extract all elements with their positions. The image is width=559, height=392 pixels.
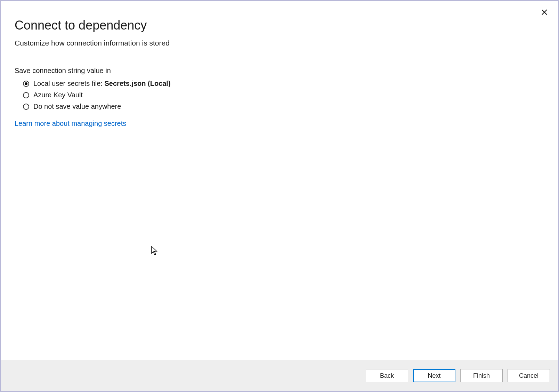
dialog-content: Connect to dependency Customize how conn… <box>1 1 558 360</box>
dialog-window: Connect to dependency Customize how conn… <box>0 0 559 392</box>
radio-option-do-not-save[interactable]: Do not save value anywhere <box>23 103 544 111</box>
radio-icon <box>23 81 29 87</box>
next-button[interactable]: Next <box>413 369 455 382</box>
radio-icon <box>23 92 29 98</box>
page-subtitle: Customize how connection information is … <box>15 39 544 47</box>
back-button[interactable]: Back <box>366 369 408 382</box>
radio-group: Local user secrets file: Secrets.json (L… <box>23 80 544 111</box>
dialog-footer: Back Next Finish Cancel <box>1 360 558 391</box>
radio-label: Azure Key Vault <box>33 91 83 99</box>
radio-icon <box>23 104 29 110</box>
close-button[interactable] <box>539 7 550 18</box>
radio-label-bold: Secrets.json (Local) <box>105 80 171 88</box>
radio-label: Do not save value anywhere <box>33 103 121 111</box>
cancel-button[interactable]: Cancel <box>508 369 550 382</box>
close-icon <box>542 9 547 17</box>
page-title: Connect to dependency <box>15 18 544 33</box>
learn-more-link[interactable]: Learn more about managing secrets <box>15 120 126 128</box>
radio-option-local-secrets[interactable]: Local user secrets file: Secrets.json (L… <box>23 80 544 88</box>
section-label: Save connection string value in <box>15 67 544 75</box>
finish-button[interactable]: Finish <box>460 369 503 382</box>
radio-label: Local user secrets file: <box>33 80 105 88</box>
radio-option-azure-keyvault[interactable]: Azure Key Vault <box>23 91 544 99</box>
